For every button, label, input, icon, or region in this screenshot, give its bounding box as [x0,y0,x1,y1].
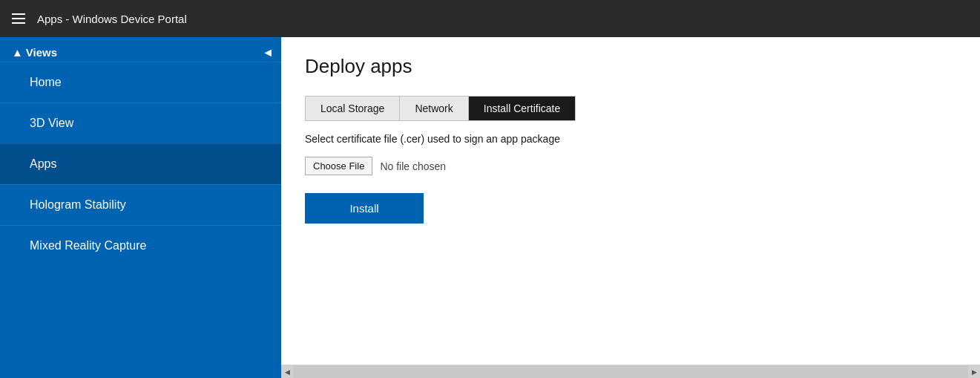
content-scroll: Deploy apps Local Storage Network Instal… [281,37,980,365]
sidebar-item-label-apps: Apps [30,157,56,171]
certificate-description: Select certificate file (.cer) used to s… [305,133,956,145]
sidebar-item-label-3d-view: 3D View [30,117,73,130]
main-layout: ◄ ▲ Views Home 3D View Apps Hologram Sta… [0,37,980,378]
sidebar-views-arrow: ▲ [12,46,23,59]
sidebar-item-label-home: Home [30,76,62,89]
sidebar-item-hologram-stability[interactable]: Hologram Stability [0,184,281,225]
sidebar-item-home[interactable]: Home [0,62,281,102]
scroll-right-arrow[interactable]: ▶ [968,365,980,379]
sidebar-item-label-mixed-reality-capture: Mixed Reality Capture [30,239,146,252]
hamburger-menu-icon[interactable] [12,13,25,24]
no-file-chosen-label: No file chosen [380,160,446,172]
sidebar-item-3d-view[interactable]: 3D View [0,102,281,143]
sidebar-views-label: Views [26,46,57,59]
scroll-track[interactable] [293,365,968,379]
header: Apps - Windows Device Portal [0,0,980,37]
sidebar-item-label-hologram-stability: Hologram Stability [30,198,126,212]
tab-local-storage[interactable]: Local Storage [306,97,400,120]
install-button[interactable]: Install [305,193,424,224]
tabs-row: Local Storage Network Install Certificat… [305,96,576,121]
sidebar-views-section: ▲ Views [0,37,281,59]
sidebar-item-apps[interactable]: Apps [0,143,281,184]
tab-install-certificate[interactable]: Install Certificate [469,97,575,120]
file-chooser-row: Choose File No file chosen [305,157,956,175]
choose-file-button[interactable]: Choose File [305,157,372,175]
sidebar: ◄ ▲ Views Home 3D View Apps Hologram Sta… [0,37,281,378]
bottom-scrollbar[interactable]: ◀ ▶ [281,365,980,378]
scroll-left-arrow[interactable]: ◀ [281,365,293,379]
tab-network[interactable]: Network [400,97,468,120]
content-area: Deploy apps Local Storage Network Instal… [281,37,980,378]
sidebar-collapse-button[interactable]: ◄ [254,43,281,62]
header-title: Apps - Windows Device Portal [37,13,187,25]
page-title: Deploy apps [305,55,956,78]
sidebar-item-mixed-reality-capture[interactable]: Mixed Reality Capture [0,225,281,266]
